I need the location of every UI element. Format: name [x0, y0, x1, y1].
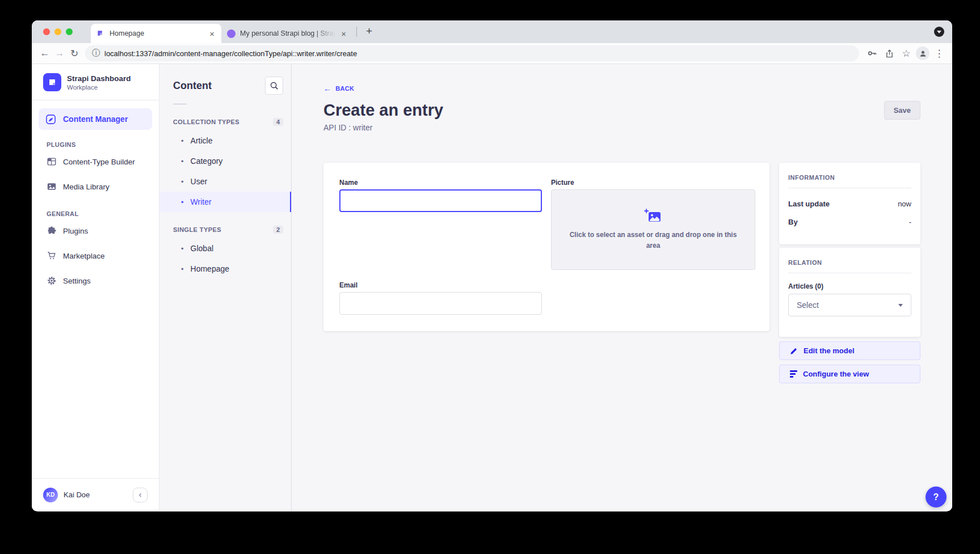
close-icon[interactable]: × — [340, 29, 347, 39]
tab-title: Homepage — [110, 29, 204, 37]
site-info-icon[interactable]: ⓘ — [92, 48, 100, 58]
subnav-item-category[interactable]: • Category — [159, 151, 291, 171]
picture-dropzone[interactable]: Click to select an asset or drag and dro… — [551, 189, 755, 270]
name-input[interactable] — [339, 189, 542, 212]
tab-title: My personal Strapi blog | Strap — [240, 29, 335, 37]
help-button[interactable]: ? — [926, 487, 947, 508]
app-title: Strapi Dashboard — [67, 74, 131, 83]
browser-window: Homepage × My personal Strapi blog | Str… — [32, 20, 952, 511]
edit-model-button[interactable]: Edit the model — [779, 341, 920, 360]
picture-label: Picture — [551, 179, 755, 187]
group-heading: SINGLE TYPES — [173, 226, 221, 233]
main-sidebar: Strapi Dashboard Workplace Content Manag… — [32, 64, 159, 511]
sidebar-footer: KD Kai Doe ‹ — [32, 478, 159, 511]
email-input[interactable] — [339, 292, 542, 315]
browser-profile-avatar[interactable] — [916, 46, 929, 60]
zoom-window-button[interactable] — [66, 28, 73, 35]
close-icon[interactable]: × — [208, 29, 216, 39]
subnav-title: Content — [173, 80, 212, 92]
cart-icon — [46, 251, 57, 261]
back-link[interactable]: ← BACK — [323, 84, 354, 92]
save-button[interactable]: Save — [884, 101, 920, 120]
strapi-favicon-icon — [96, 29, 105, 38]
subnav-header: Content — [159, 64, 291, 95]
by-label: By — [788, 218, 798, 226]
chevron-down-icon — [937, 31, 941, 33]
back-label: BACK — [335, 85, 354, 92]
layout-icon — [46, 157, 57, 167]
sidebar-item-label: Media Library — [63, 183, 110, 191]
subnav-item-label: User — [191, 177, 208, 186]
configure-bars-icon — [790, 370, 797, 377]
back-arrow-icon: ← — [323, 84, 331, 92]
blog-favicon-icon — [227, 29, 235, 38]
image-icon — [46, 181, 57, 192]
sidebar-item-content-type-builder[interactable]: Content-Type Builder — [32, 149, 159, 174]
name-field-group: Name — [339, 179, 542, 270]
articles-select[interactable]: Select — [788, 294, 911, 316]
bullet-icon: • — [181, 244, 184, 253]
forward-button[interactable]: → — [52, 46, 67, 61]
group-single-types: SINGLE TYPES 2 — [173, 226, 283, 234]
subnav-item-label: Category — [191, 157, 223, 166]
workspace-header[interactable]: Strapi Dashboard Workplace — [32, 64, 159, 100]
tab-homepage[interactable]: Homepage × — [91, 24, 221, 43]
by-row: By - — [788, 218, 911, 226]
url-text: localhost:1337/admin/content-manager/col… — [104, 49, 357, 58]
count-badge: 2 — [273, 226, 283, 234]
reload-button[interactable]: ↻ — [67, 46, 82, 61]
back-button[interactable]: ← — [37, 46, 52, 61]
articles-relation-label: Articles (0) — [788, 282, 911, 290]
toolbar-actions: ☆ ⋮ — [865, 46, 947, 61]
sidebar-item-plugins[interactable]: Plugins — [32, 218, 159, 243]
add-image-icon — [644, 209, 662, 224]
share-icon[interactable] — [882, 46, 897, 61]
group-collection-types: COLLECTION TYPES 4 — [173, 118, 283, 126]
bullet-icon: • — [181, 265, 184, 273]
collapse-sidebar-button[interactable]: ‹ — [133, 488, 148, 502]
close-window-button[interactable] — [43, 28, 50, 35]
subnav-item-article[interactable]: • Article — [159, 130, 291, 151]
configure-view-label: Configure the view — [803, 370, 869, 378]
sidebar-item-marketplace[interactable]: Marketplace — [32, 243, 159, 268]
subnav-item-label: Writer — [191, 197, 212, 206]
sidebar-item-media-library[interactable]: Media Library — [32, 174, 159, 199]
sidebar-item-label: Content-Type Builder — [63, 158, 135, 166]
subnav-item-writer[interactable]: • Writer — [159, 192, 291, 212]
sidebar-item-label: Marketplace — [63, 252, 105, 260]
subnav-item-global[interactable]: • Global — [159, 238, 291, 259]
tab-strapi-blog[interactable]: My personal Strapi blog | Strap × — [221, 24, 353, 43]
last-update-row: Last update now — [788, 200, 911, 208]
bookmark-star-icon[interactable]: ☆ — [899, 46, 914, 61]
gear-icon — [46, 276, 57, 286]
picture-field-group: Picture Click to select an asset or drag — [551, 179, 755, 270]
group-heading: COLLECTION TYPES — [173, 119, 239, 125]
dropzone-text: Click to select an asset or drag and dro… — [565, 230, 741, 251]
user-avatar[interactable]: KD — [43, 488, 58, 502]
relation-card: RELATION Articles (0) Select — [779, 248, 920, 337]
tab-search-button[interactable] — [934, 27, 944, 37]
minimize-window-button[interactable] — [54, 28, 61, 35]
information-heading: INFORMATION — [788, 172, 911, 188]
page-title: Create an entry — [323, 101, 443, 120]
browser-menu-icon[interactable]: ⋮ — [932, 46, 947, 61]
user-name: Kai Doe — [64, 490, 90, 499]
strapi-logo-icon — [43, 73, 61, 91]
new-tab-button[interactable]: + — [360, 25, 378, 39]
address-bar[interactable]: ⓘ localhost:1337/admin/content-manager/c… — [85, 45, 859, 61]
subnav-item-homepage[interactable]: • Homepage — [159, 259, 291, 279]
configure-view-button[interactable]: Configure the view — [779, 365, 920, 383]
search-button[interactable] — [265, 77, 283, 95]
entry-form-card: Name Picture — [323, 163, 769, 331]
browser-toolbar: ← → ↻ ⓘ localhost:1337/admin/content-man… — [32, 43, 952, 64]
sidebar-item-settings[interactable]: Settings — [32, 268, 159, 293]
pencil-icon — [790, 347, 798, 355]
entry-editor: Name Picture — [323, 163, 920, 383]
last-update-value: now — [898, 200, 911, 208]
puzzle-icon — [46, 226, 57, 236]
password-key-icon[interactable] — [865, 46, 880, 61]
sidebar-item-content-manager[interactable]: Content Manager — [39, 108, 152, 130]
subnav-item-label: Global — [191, 244, 213, 253]
bullet-icon: • — [181, 198, 184, 206]
subnav-item-user[interactable]: • User — [159, 171, 291, 192]
